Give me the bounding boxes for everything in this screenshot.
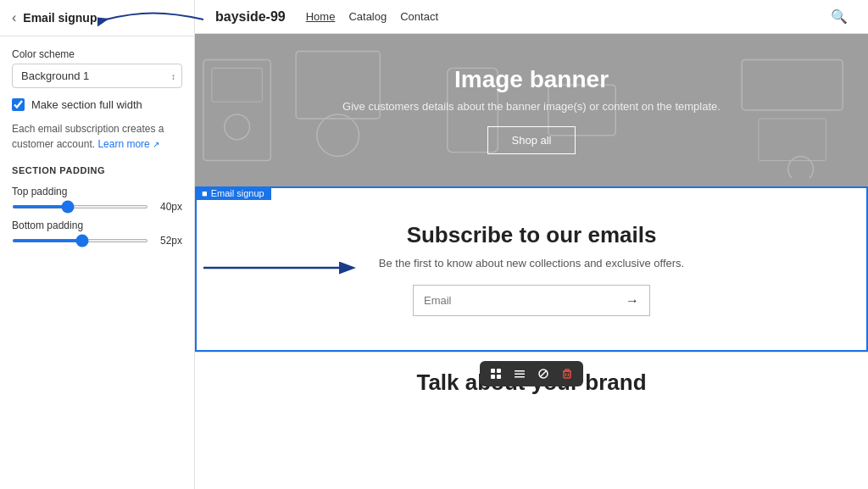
top-padding-slider[interactable] [12,205,148,208]
svg-rect-5 [742,59,843,110]
padding-group: Top padding 40px Bottom padding 52px [12,186,182,247]
toolbar-button-2[interactable] [509,364,531,383]
svg-line-20 [540,370,547,377]
store-logo: bayside-99 [215,9,286,25]
nav-link-catalog[interactable]: Catalog [348,10,387,23]
left-panel: ‹ Email signup Color scheme Background 1… [0,0,195,489]
email-section-badge: ■ Email signup [195,186,271,200]
color-scheme-field: Color scheme Background 1 ↕ [12,48,182,88]
store-nav-links: Home Catalog Contact [306,10,831,23]
image-banner: Image banner Give customers details abou… [195,34,868,186]
email-section: Subscribe to our emails Be the first to … [195,186,868,352]
back-icon[interactable]: ‹ [12,10,16,25]
top-padding-value: 40px [155,201,182,213]
svg-rect-12 [491,369,495,373]
email-section-title: Subscribe to our emails [407,222,657,248]
search-icon[interactable]: 🔍 [831,8,848,25]
color-scheme-label: Color scheme [12,48,182,60]
toolbar-delete-button[interactable] [556,364,578,383]
top-padding-row: Top padding 40px [12,186,182,213]
bottom-section: Talk about your brand [195,352,868,413]
bottom-padding-row: Bottom padding 52px [12,219,182,247]
svg-rect-6 [759,119,826,161]
email-section-description: Be the first to know about new collectio… [379,257,684,270]
info-text: Each email subscription creates a custom… [12,121,182,152]
preview-frame: bayside-99 Home Catalog Contact 🔍 [195,0,868,489]
top-padding-slider-row: 40px [12,201,182,213]
panel-title: Email signup [23,11,97,25]
svg-rect-13 [497,369,501,373]
bottom-padding-value: 52px [155,235,182,247]
svg-rect-17 [515,374,525,375]
svg-rect-21 [564,371,570,378]
bottom-padding-label: Bottom padding [12,219,182,231]
color-scheme-select-wrapper: Background 1 ↕ [12,64,182,88]
section-icon: ■ [202,188,208,198]
svg-rect-15 [497,375,501,379]
svg-point-4 [317,114,359,157]
bottom-padding-slider-row: 52px [12,235,182,247]
floating-toolbar [480,361,583,386]
email-section-wrapper: ■ Email signup Subscribe to our emails B… [195,186,868,352]
svg-point-2 [225,114,250,140]
full-width-checkbox[interactable] [12,98,25,111]
top-padding-label: Top padding [12,186,182,197]
section-padding-heading: SECTION PADDING [12,165,182,175]
toolbar-button-1[interactable] [485,364,507,383]
bottom-padding-slider[interactable] [12,239,148,242]
email-input[interactable] [414,286,615,315]
svg-rect-0 [203,59,270,160]
panel-body: Color scheme Background 1 ↕ Make section… [0,36,194,258]
email-submit-button[interactable]: → [615,286,649,315]
svg-point-7 [788,157,814,178]
right-preview-area: bayside-99 Home Catalog Contact 🔍 [195,0,868,489]
email-input-row: → [413,285,650,316]
full-width-row: Make section full width [12,98,182,111]
store-nav: bayside-99 Home Catalog Contact 🔍 [195,0,868,34]
svg-rect-16 [515,370,525,372]
banner-title: Image banner [454,66,609,93]
learn-more-link[interactable]: Learn more [97,138,159,150]
toolbar-button-3[interactable] [532,364,554,383]
color-scheme-select[interactable]: Background 1 [12,64,182,88]
panel-header: ‹ Email signup [0,0,194,36]
full-width-label[interactable]: Make section full width [31,98,142,111]
nav-link-contact[interactable]: Contact [400,10,438,23]
banner-subtitle: Give customers details about the banner … [342,100,721,113]
svg-rect-18 [515,376,525,378]
svg-rect-14 [491,375,495,379]
shop-all-button[interactable]: Shop all [487,126,576,154]
svg-rect-1 [212,68,263,102]
nav-link-home[interactable]: Home [306,10,336,23]
